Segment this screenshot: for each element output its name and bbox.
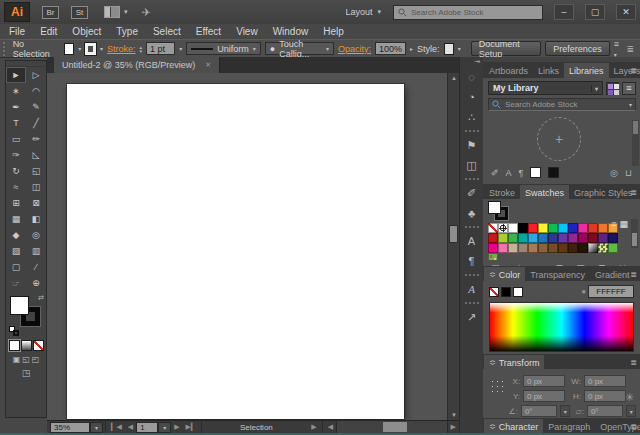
tab-links[interactable]: Links bbox=[533, 63, 564, 78]
eyedropper-icon[interactable]: ● bbox=[581, 287, 586, 296]
white-swatch[interactable] bbox=[513, 287, 523, 297]
control-bar-grip[interactable] bbox=[3, 42, 7, 56]
swatch[interactable] bbox=[558, 243, 568, 253]
swatch-list-view-icon[interactable]: ≡ bbox=[611, 219, 616, 229]
draw-behind-icon[interactable]: ◱ bbox=[22, 355, 30, 364]
artboard-number-field[interactable]: 1 bbox=[136, 422, 158, 433]
swatch[interactable] bbox=[498, 243, 508, 253]
swatch[interactable] bbox=[608, 243, 618, 253]
scale-tool[interactable]: ◱ bbox=[26, 163, 46, 179]
free-transform-tool[interactable]: ◫ bbox=[26, 179, 46, 195]
swatch[interactable] bbox=[518, 243, 528, 253]
swatch[interactable] bbox=[598, 253, 608, 260]
previous-artboard-button[interactable]: ◀ bbox=[125, 423, 136, 431]
opacity-dropdown-icon[interactable]: ▸ bbox=[410, 45, 413, 52]
swatch[interactable] bbox=[488, 243, 498, 253]
tab-color[interactable]: ≎Color bbox=[484, 267, 525, 282]
delete-item-icon[interactable]: ⊔ bbox=[625, 168, 632, 178]
magic-wand-tool[interactable]: ∗ bbox=[6, 83, 26, 99]
panel-menu-icon[interactable]: ≣ bbox=[630, 270, 637, 279]
shear-field[interactable]: 0° bbox=[587, 405, 624, 417]
sync-status-icon[interactable]: ◎ bbox=[610, 168, 618, 178]
reference-point-locator[interactable] bbox=[490, 379, 503, 392]
perspective-grid-tool[interactable]: ⊠ bbox=[26, 195, 46, 211]
swatch[interactable] bbox=[538, 233, 548, 243]
color-guide-icon[interactable]: ◌ bbox=[460, 67, 483, 87]
fill-dropdown-icon[interactable]: ▾ bbox=[78, 45, 81, 52]
fill-stroke-indicator[interactable] bbox=[488, 201, 512, 222]
bridge-icon[interactable]: Br bbox=[42, 6, 59, 19]
swatch[interactable] bbox=[528, 253, 538, 260]
swatch-grid-view-icon[interactable]: ▦ bbox=[619, 219, 628, 229]
blend-tool[interactable]: ◎ bbox=[26, 227, 46, 243]
document-setup-button[interactable]: Document Setup bbox=[471, 41, 541, 56]
none-swatch[interactable] bbox=[489, 287, 499, 297]
paintbrush-tool[interactable]: ✏ bbox=[26, 131, 46, 147]
library-select[interactable]: My Library▾ bbox=[488, 81, 603, 95]
layout-dropdown[interactable]: Layout▾ bbox=[341, 5, 385, 19]
artboard-dropdown-icon[interactable]: ▾ bbox=[158, 422, 171, 433]
artboard-tool[interactable]: ▢ bbox=[6, 259, 26, 275]
character-style-add-icon[interactable]: A bbox=[506, 168, 512, 178]
swatch[interactable] bbox=[568, 253, 578, 260]
swatch[interactable] bbox=[518, 253, 528, 260]
tab-transform[interactable]: ≎Transform bbox=[484, 355, 544, 370]
swatch[interactable] bbox=[488, 223, 498, 233]
tab-close-icon[interactable]: ✕ bbox=[205, 61, 211, 69]
library-scrollbar[interactable] bbox=[632, 120, 639, 166]
black-swatch[interactable] bbox=[501, 287, 511, 297]
rotate-field[interactable]: 0° bbox=[521, 405, 558, 417]
swatch[interactable] bbox=[498, 233, 508, 243]
y-field[interactable]: 0 px bbox=[523, 390, 565, 402]
menu-file[interactable]: File bbox=[9, 26, 25, 37]
last-artboard-button[interactable]: ▶▎ bbox=[183, 423, 200, 431]
swatch[interactable] bbox=[588, 253, 598, 260]
minimize-button[interactable]: – bbox=[554, 4, 574, 20]
swatch[interactable] bbox=[498, 223, 508, 233]
tab-graphic-styles[interactable]: Graphic Styles bbox=[569, 185, 638, 200]
swatch[interactable] bbox=[518, 233, 528, 243]
swatch[interactable] bbox=[558, 253, 568, 260]
draw-normal-icon[interactable]: ▣ bbox=[13, 355, 21, 364]
menu-window[interactable]: Window bbox=[273, 26, 309, 37]
style-dropdown-icon[interactable]: ▾ bbox=[458, 45, 461, 52]
character-styles-icon[interactable]: A bbox=[460, 231, 483, 251]
dropdown-arrow-icon[interactable]: ▾ bbox=[626, 405, 636, 417]
opacity-link[interactable]: Opacity: bbox=[338, 44, 371, 54]
variable-width-dropdown[interactable]: Uniform▾ bbox=[186, 42, 261, 55]
glyphs-panel-icon[interactable]: A bbox=[460, 279, 483, 299]
swatch[interactable] bbox=[568, 223, 578, 233]
swatch[interactable] bbox=[598, 233, 608, 243]
close-button[interactable]: ✕ bbox=[616, 4, 636, 20]
selection-tool[interactable]: ► bbox=[6, 67, 26, 83]
pattern-options-icon[interactable]: ◔ bbox=[460, 87, 483, 107]
constrain-proportions-icon[interactable]: ✳ bbox=[625, 391, 634, 404]
document-tab[interactable]: Untitled-2 @ 35% (RGB/Preview) ✕ bbox=[54, 57, 220, 73]
symbol-library-icon[interactable]: ♣ bbox=[460, 203, 483, 223]
share-icon[interactable]: ✈ bbox=[142, 6, 151, 19]
symbols-panel-icon[interactable]: ◫ bbox=[460, 155, 483, 175]
arrange-documents-icon[interactable] bbox=[104, 6, 120, 18]
column-graph-tool[interactable]: ▥ bbox=[26, 243, 46, 259]
arrange-documents-dropdown-icon[interactable]: ▾ bbox=[124, 8, 128, 16]
library-search-input[interactable] bbox=[505, 100, 625, 109]
stroke-link[interactable]: Stroke: bbox=[107, 44, 136, 54]
dropdown-arrow-icon[interactable]: ▾ bbox=[560, 405, 570, 417]
swatch[interactable] bbox=[488, 233, 498, 243]
rotate-tool[interactable]: ↻ bbox=[6, 163, 26, 179]
swatch[interactable] bbox=[508, 223, 518, 233]
artboard[interactable] bbox=[67, 84, 404, 419]
zoom-dropdown-icon[interactable]: ▾ bbox=[90, 422, 103, 433]
hand-tool[interactable]: ☞ bbox=[6, 275, 26, 291]
swatch[interactable] bbox=[588, 243, 598, 253]
brushes-panel-icon[interactable]: ✐ bbox=[460, 183, 483, 203]
tab-character[interactable]: ≎Character bbox=[484, 419, 543, 433]
pen-tool[interactable]: ✒ bbox=[6, 99, 26, 115]
none-button[interactable] bbox=[33, 340, 44, 351]
swatch[interactable] bbox=[508, 233, 518, 243]
swatch[interactable] bbox=[548, 223, 558, 233]
swatch[interactable] bbox=[518, 223, 528, 233]
default-fill-stroke-icon[interactable] bbox=[9, 326, 19, 336]
stroke-color-swatch[interactable] bbox=[548, 167, 559, 178]
swatch[interactable] bbox=[558, 233, 568, 243]
